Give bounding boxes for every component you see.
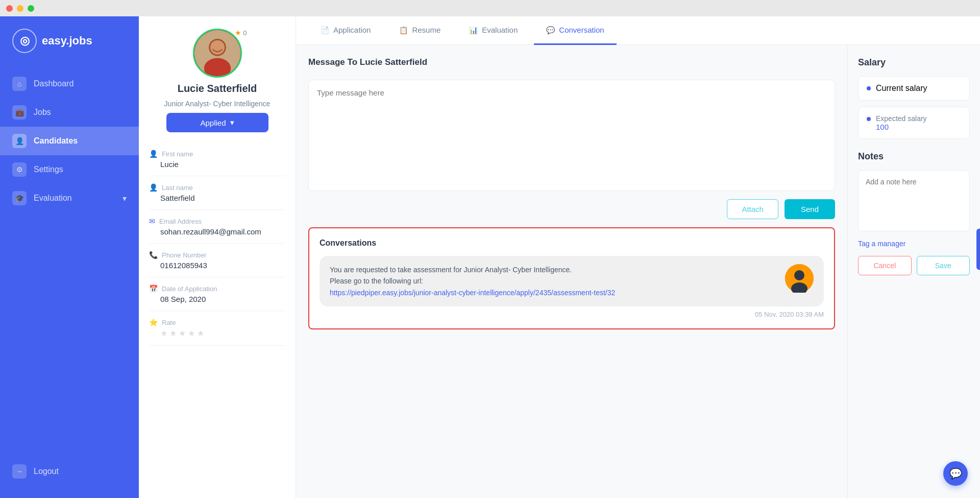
first-name-value: Lucie — [149, 160, 285, 169]
maximize-dot[interactable] — [28, 5, 34, 12]
sidebar-item-candidates[interactable]: 👤 Candidates — [0, 127, 139, 155]
star-1[interactable]: ★ — [160, 328, 167, 338]
nav-items: ⌂ Dashboard 💼 Jobs 👤 Candidates ⚙ Settin… — [0, 69, 139, 457]
svg-point-3 — [210, 40, 224, 55]
conversation-text: You are requested to take assessment for… — [330, 264, 777, 298]
chevron-down-icon: ▾ — [230, 118, 234, 127]
notes-title: Notes — [858, 151, 970, 162]
star-2[interactable]: ★ — [169, 328, 177, 338]
profile-details: 👤 First name Lucie 👤 Last name Satterfie… — [149, 143, 285, 346]
current-salary-card: Current salary — [858, 76, 970, 101]
expected-salary-card: Expected salary 100 — [858, 107, 970, 139]
last-name-label: Last name — [162, 184, 193, 192]
star-5[interactable]: ★ — [197, 328, 204, 338]
sidebar-item-logout[interactable]: → Logout — [0, 457, 139, 486]
rate-label: Rate — [162, 319, 176, 326]
conversation-tab-icon: 💬 — [546, 26, 555, 34]
expected-salary-label: Expected salary — [876, 114, 927, 123]
conversations-section: Conversations You are requested to take … — [308, 227, 835, 329]
conversation-message: You are requested to take assessment for… — [320, 256, 824, 306]
first-name-field: 👤 First name Lucie — [149, 143, 285, 176]
tag-manager-link[interactable]: Tag a manager — [858, 240, 970, 248]
current-salary-dot — [867, 86, 871, 90]
send-button[interactable]: Send — [785, 199, 835, 219]
message-box — [308, 80, 835, 191]
logo-icon: ◎ — [12, 29, 37, 53]
sidebar-item-label-evaluation: Evaluation — [34, 194, 72, 203]
tabs-bar: 📄 Application 📋 Resume 📊 Evaluation 💬 Co… — [296, 16, 980, 45]
last-name-field: 👤 Last name Satterfield — [149, 176, 285, 210]
email-label: Email Address — [159, 218, 202, 225]
sidebar-item-settings[interactable]: ⚙ Settings — [0, 155, 139, 184]
expected-salary-value: 100 — [876, 123, 927, 131]
close-dot[interactable] — [6, 5, 13, 12]
window-chrome — [0, 0, 980, 16]
cancel-button[interactable]: Cancel — [858, 256, 912, 275]
sidebar-item-evaluation[interactable]: 🎓 Evaluation ▾ — [0, 184, 139, 212]
star-icon: ★ — [235, 29, 241, 37]
last-name-value: Satterfield — [149, 194, 285, 202]
avatar — [193, 29, 242, 78]
attach-button[interactable]: Attach — [727, 199, 778, 219]
profile-title: Junior Analyst- Cyber Intelligence — [164, 100, 271, 108]
sidebar-item-jobs[interactable]: 💼 Jobs — [0, 98, 139, 127]
application-tab-icon: 📄 — [321, 26, 329, 34]
conversation-avatar — [785, 264, 814, 293]
conversation-time: 05 Nov, 2020 03:39 AM — [320, 311, 824, 318]
settings-icon: ⚙ — [12, 162, 27, 177]
profile-header: ★ 0 Lucie Satterfield Junior Analyst- Cy… — [149, 29, 285, 132]
right-sidebar: Salary Current salary Expected salary 10… — [847, 45, 980, 498]
minimize-dot[interactable] — [17, 5, 23, 12]
feedback-tab[interactable]: Feedback — [976, 228, 980, 270]
conversation-link[interactable]: https://piedpiper.easy.jobs/junior-analy… — [330, 289, 615, 297]
tab-resume-label: Resume — [412, 26, 440, 34]
tab-application[interactable]: 📄 Application — [308, 16, 383, 45]
message-input[interactable] — [317, 88, 826, 180]
rating-badge: ★ 0 — [235, 29, 247, 37]
sidebar-item-label-dashboard: Dashboard — [34, 79, 74, 88]
save-button[interactable]: Save — [917, 256, 970, 275]
date-field: 📅 Date of Application 08 Sep, 2020 — [149, 277, 285, 311]
message-to-heading: Message To Lucie Satterfield — [308, 57, 835, 67]
rating-number: 0 — [243, 29, 247, 37]
conversation-panel: Message To Lucie Satterfield Attach Send… — [296, 45, 847, 498]
rate-field: ⭐ Rate ★ ★ ★ ★ ★ — [149, 311, 285, 346]
evaluation-tab-icon: 📊 — [469, 26, 478, 34]
person-icon-2: 👤 — [149, 183, 158, 192]
svg-point-5 — [794, 270, 804, 280]
sidebar-item-label-candidates: Candidates — [34, 136, 78, 146]
star-3[interactable]: ★ — [179, 328, 186, 338]
tab-evaluation[interactable]: 📊 Evaluation — [457, 16, 530, 45]
sidebar-item-label-settings: Settings — [34, 165, 63, 174]
phone-field: 📞 Phone Number 01612085943 — [149, 244, 285, 277]
star-4[interactable]: ★ — [188, 328, 195, 338]
status-button[interactable]: Applied ▾ — [166, 113, 268, 132]
logo-text: easy.jobs — [42, 34, 92, 48]
avatar-wrapper: ★ 0 — [193, 29, 242, 78]
resume-tab-icon: 📋 — [399, 26, 408, 34]
content-area: Message To Lucie Satterfield Attach Send… — [296, 45, 980, 498]
status-label: Applied — [200, 118, 226, 127]
profile-name: Lucie Satterfield — [178, 83, 257, 94]
email-value: sohan.rezaull994@gmail.com — [149, 227, 285, 236]
tab-resume[interactable]: 📋 Resume — [387, 16, 453, 45]
rate-icon: ⭐ — [149, 318, 158, 326]
stars-row: ★ ★ ★ ★ ★ — [149, 328, 285, 338]
candidates-icon: 👤 — [12, 134, 27, 148]
current-salary-label: Current salary — [876, 84, 927, 93]
notes-textarea[interactable] — [858, 170, 970, 231]
chat-bubble[interactable]: 💬 — [943, 461, 968, 486]
notes-section: Notes Tag a manager Cancel Save — [858, 151, 970, 275]
tab-conversation[interactable]: 💬 Conversation — [534, 16, 616, 45]
tab-application-label: Application — [333, 26, 371, 34]
notes-actions: Cancel Save — [858, 256, 970, 275]
sidebar-item-label-jobs: Jobs — [34, 108, 51, 117]
calendar-icon: 📅 — [149, 284, 158, 293]
email-field: ✉ Email Address sohan.rezaull994@gmail.c… — [149, 210, 285, 244]
sidebar-item-dashboard[interactable]: ⌂ Dashboard — [0, 69, 139, 98]
phone-label: Phone Number — [162, 251, 206, 259]
message-actions: Attach Send — [308, 199, 835, 219]
sidebar: ◎ easy.jobs ⌂ Dashboard 💼 Jobs 👤 Candida… — [0, 16, 139, 498]
phone-icon: 📞 — [149, 251, 158, 259]
conversations-title: Conversations — [320, 239, 824, 248]
